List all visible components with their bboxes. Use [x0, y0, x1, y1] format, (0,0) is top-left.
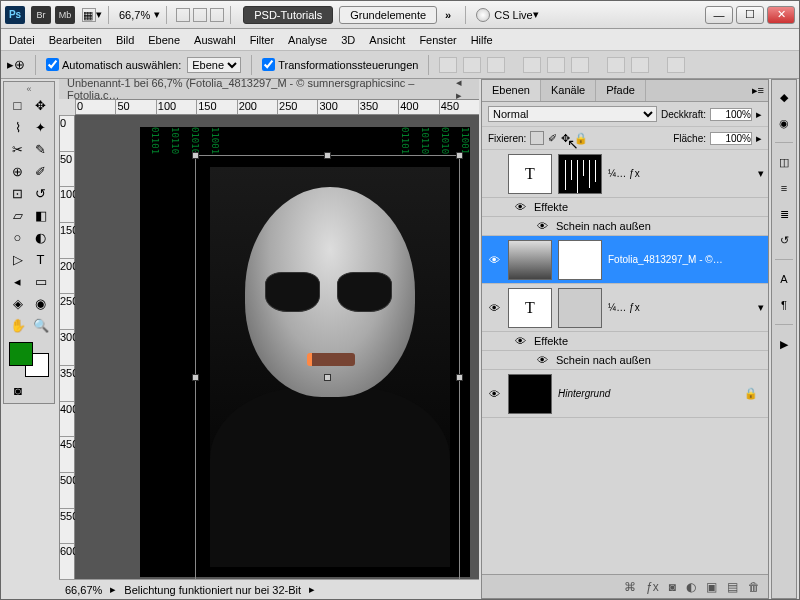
align-right-icon[interactable] — [571, 57, 589, 73]
menu-bearbeiten[interactable]: Bearbeiten — [49, 34, 102, 46]
crop-tool[interactable]: ✂ — [6, 138, 29, 160]
magic-wand-tool[interactable]: ✦ — [29, 116, 52, 138]
minibridge-icon[interactable]: Mb — [55, 6, 75, 24]
layer-background[interactable]: 👁 Hintergrund 🔒 — [482, 370, 768, 418]
visibility-icon[interactable]: 👁 — [486, 388, 502, 400]
ruler-vertical[interactable]: 050100150200250300350400450500550600 — [59, 115, 75, 579]
marquee-tool[interactable]: □ — [6, 94, 29, 116]
dropdown-caret-icon[interactable]: ▾ — [96, 8, 102, 21]
menu-3d[interactable]: 3D — [341, 34, 355, 46]
visibility-icon[interactable]: 👁 — [486, 254, 502, 266]
layer-name[interactable]: Fotolia_4813297_M - ©… — [608, 254, 764, 265]
layer-mask-thumb[interactable] — [558, 288, 602, 328]
fill-input[interactable] — [710, 132, 752, 145]
status-zoom[interactable]: 66,67% — [65, 584, 102, 596]
menu-ansicht[interactable]: Ansicht — [369, 34, 405, 46]
dodge-tool[interactable]: ◐ — [29, 226, 52, 248]
quickmask-tool[interactable]: ◙ — [6, 379, 30, 401]
tab-ebenen[interactable]: Ebenen — [482, 80, 541, 101]
align-left-icon[interactable] — [523, 57, 541, 73]
transform-controls-checkbox[interactable]: Transformationssteuerungen — [262, 58, 418, 71]
auto-select-target[interactable]: Ebene — [187, 57, 241, 73]
workspace-grundelemente[interactable]: Grundelemente — [339, 6, 437, 24]
fx-dropdown-icon[interactable]: ▾ — [758, 167, 764, 180]
layer-thumb[interactable] — [508, 374, 552, 414]
menu-bild[interactable]: Bild — [116, 34, 134, 46]
layer-outerglow-row-2[interactable]: 👁 Schein nach außen — [482, 351, 768, 370]
panel-masks-icon[interactable]: ≡ — [775, 179, 793, 197]
lock-pixels-icon[interactable]: ✐ — [548, 132, 557, 145]
layer-mask-icon[interactable]: ◙ — [669, 580, 676, 594]
visibility-icon[interactable]: 👁 — [534, 220, 550, 232]
brush-tool[interactable]: ✐ — [29, 160, 52, 182]
menu-datei[interactable]: Datei — [9, 34, 35, 46]
document-tab[interactable]: Unbenannt-1 bei 66,7% (Fotolia_4813297_M… — [59, 79, 479, 99]
menu-hilfe[interactable]: Hilfe — [471, 34, 493, 46]
3d-tool[interactable]: ◈ — [6, 292, 29, 314]
workspace-psd-tutorials[interactable]: PSD-Tutorials — [243, 6, 333, 24]
layer-effects-row-2[interactable]: 👁 Effekte — [482, 332, 768, 351]
layer-fx-icon[interactable]: ƒx — [646, 580, 659, 594]
gradient-tool[interactable]: ◧ — [29, 204, 52, 226]
tab-pfade[interactable]: Pfade — [596, 80, 646, 101]
layer-outerglow-row[interactable]: 👁 Schein nach außen — [482, 217, 768, 236]
3d-camera-tool[interactable]: ◉ — [29, 292, 52, 314]
blur-tool[interactable]: ○ — [6, 226, 29, 248]
panel-menu-icon[interactable]: ▸≡ — [748, 80, 768, 101]
window-close-button[interactable]: ✕ — [767, 6, 795, 24]
panel-history-icon[interactable]: ↺ — [775, 231, 793, 249]
layer-text-2[interactable]: 👁 T ¼… ƒx ▾ — [482, 284, 768, 332]
menu-auswahl[interactable]: Auswahl — [194, 34, 236, 46]
workspace-more-icon[interactable]: » — [445, 9, 451, 21]
lasso-tool[interactable]: ⌇ — [6, 116, 29, 138]
cs-live[interactable]: CS Live ▾ — [476, 8, 539, 22]
ruler-horizontal[interactable]: 050100150200250300350400450 — [75, 99, 479, 115]
healing-tool[interactable]: ⊕ — [6, 160, 29, 182]
layer-mask-thumb[interactable] — [558, 240, 602, 280]
align-vcenter-icon[interactable] — [463, 57, 481, 73]
align-hcenter-icon[interactable] — [547, 57, 565, 73]
menu-fenster[interactable]: Fenster — [419, 34, 456, 46]
layout-icon[interactable]: ▦ — [82, 8, 96, 22]
layer-fotolia-selected[interactable]: 👁 Fotolia_4813297_M - ©… — [482, 236, 768, 284]
panel-adjustments-icon[interactable]: ◫ — [775, 153, 793, 171]
toolbox-collapse-icon[interactable]: « — [6, 84, 52, 94]
layer-group-icon[interactable]: ▣ — [706, 580, 717, 594]
shape-tool[interactable]: ▭ — [29, 270, 52, 292]
align-bottom-icon[interactable] — [487, 57, 505, 73]
fill-slider-icon[interactable]: ▸ — [756, 132, 762, 145]
path-select-tool[interactable]: ◂ — [6, 270, 29, 292]
panel-paragraph-icon[interactable]: ¶ — [775, 296, 793, 314]
fx-dropdown-icon[interactable]: ▾ — [758, 301, 764, 314]
opacity-slider-icon[interactable]: ▸ — [756, 108, 762, 121]
lock-all-icon[interactable]: 🔒 — [574, 132, 588, 145]
view-grid-icon[interactable] — [193, 8, 207, 22]
view-extras-icon[interactable] — [176, 8, 190, 22]
delete-layer-icon[interactable]: 🗑 — [748, 580, 760, 594]
distribute-v-icon[interactable] — [631, 57, 649, 73]
type-tool[interactable]: T — [29, 248, 52, 270]
canvas-area[interactable]: 01101101100101011001 0110110110010101100… — [75, 115, 479, 579]
menu-analyse[interactable]: Analyse — [288, 34, 327, 46]
layer-mask-thumb[interactable] — [558, 154, 602, 194]
pen-tool[interactable]: ▷ — [6, 248, 29, 270]
layer-text-1[interactable]: T ¼… ƒx ▾ — [482, 150, 768, 198]
new-layer-icon[interactable]: ▤ — [727, 580, 738, 594]
bridge-icon[interactable]: Br — [31, 6, 51, 24]
panel-swatches-icon[interactable]: ◉ — [775, 114, 793, 132]
auto-align-icon[interactable] — [667, 57, 685, 73]
canvas[interactable]: 01101101100101011001 0110110110010101100… — [140, 127, 470, 577]
panel-character-icon[interactable]: A — [775, 270, 793, 288]
opacity-input[interactable] — [710, 108, 752, 121]
hand-tool[interactable]: ✋ — [6, 314, 29, 336]
panel-actions-icon[interactable]: ▶ — [775, 335, 793, 353]
layer-thumb[interactable] — [508, 240, 552, 280]
visibility-icon[interactable]: 👁 — [534, 354, 550, 366]
zoom-level[interactable]: 66,7% — [119, 9, 150, 21]
visibility-icon[interactable]: 👁 — [486, 302, 502, 314]
eyedropper-tool[interactable]: ✎ — [29, 138, 52, 160]
move-tool-icon[interactable]: ▸⊕ — [7, 57, 25, 72]
stamp-tool[interactable]: ⊡ — [6, 182, 29, 204]
lock-transparency-icon[interactable] — [530, 131, 544, 145]
blend-mode-select[interactable]: Normal — [488, 106, 657, 122]
